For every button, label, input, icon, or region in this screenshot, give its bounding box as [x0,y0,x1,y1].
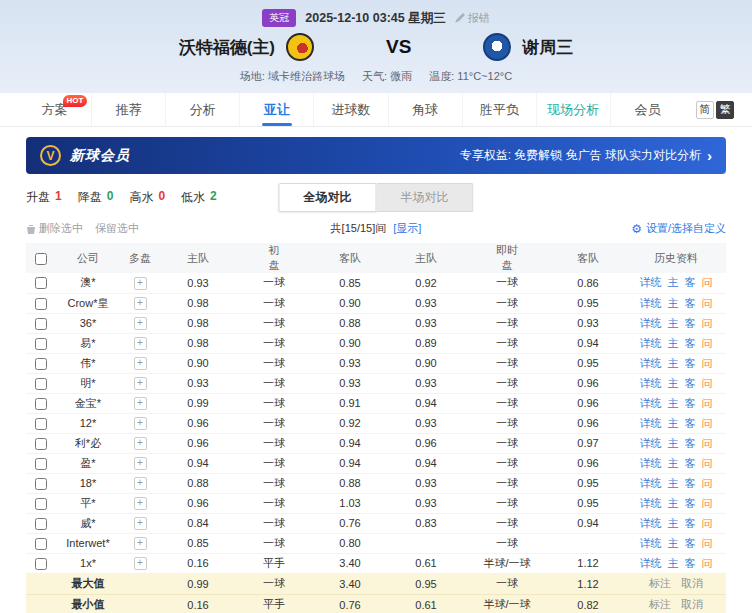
ask-link[interactable]: 问 [702,397,713,409]
history-link[interactable]: 客 [685,497,696,509]
history-link[interactable]: 主 [668,437,679,449]
chip-handicap-up[interactable]: 升盘 1 [26,189,62,206]
history-link[interactable]: 主 [668,477,679,489]
history-link[interactable]: 客 [685,417,696,429]
history-link[interactable]: 主 [668,337,679,349]
expand-odds-button[interactable]: + [134,557,147,570]
ask-link[interactable]: 问 [702,557,713,569]
expand-odds-button[interactable]: + [134,477,147,490]
expand-odds-button[interactable]: + [134,337,147,350]
history-link[interactable]: 详统 [640,317,662,329]
history-link[interactable]: 客 [685,377,696,389]
history-link[interactable]: 详统 [640,417,662,429]
summary-action-link[interactable]: 取消 [681,598,703,610]
ask-link[interactable]: 问 [702,437,713,449]
expand-odds-button[interactable]: + [134,497,147,510]
history-link[interactable]: 详统 [640,457,662,469]
ask-link[interactable]: 问 [702,317,713,329]
history-link[interactable]: 主 [668,517,679,529]
history-link[interactable]: 主 [668,537,679,549]
history-link[interactable]: 主 [668,397,679,409]
history-link[interactable]: 主 [668,276,679,288]
history-link[interactable]: 客 [685,477,696,489]
row-checkbox[interactable] [35,338,47,350]
history-link[interactable]: 详统 [640,357,662,369]
history-link[interactable]: 客 [685,297,696,309]
row-checkbox[interactable] [35,398,47,410]
expand-odds-button[interactable]: + [134,417,147,430]
tab-1x2[interactable]: 胜平负 [462,93,536,126]
tab-asian-handicap[interactable]: 亚让 [239,93,313,126]
history-link[interactable]: 主 [668,557,679,569]
expand-odds-button[interactable]: + [134,357,147,370]
tab-corners[interactable]: 角球 [388,93,462,126]
tab-goals[interactable]: 进球数 [313,93,387,126]
expand-odds-button[interactable]: + [134,437,147,450]
history-link[interactable]: 主 [668,297,679,309]
select-all-checkbox[interactable] [35,253,47,265]
row-checkbox[interactable] [35,318,47,330]
expand-odds-button[interactable]: + [134,317,147,330]
row-checkbox[interactable] [35,498,47,510]
history-link[interactable]: 客 [685,437,696,449]
summary-action-link[interactable]: 取消 [681,577,703,589]
lang-traditional-button[interactable]: 繁 [716,101,734,119]
ask-link[interactable]: 问 [702,377,713,389]
tab-plan[interactable]: 方案 HOT [18,93,91,126]
history-link[interactable]: 客 [685,357,696,369]
chip-water-low[interactable]: 低水 2 [181,189,217,206]
history-link[interactable]: 客 [685,457,696,469]
history-link[interactable]: 主 [668,317,679,329]
row-checkbox[interactable] [35,558,47,570]
history-link[interactable]: 详统 [640,397,662,409]
lang-simplified-button[interactable]: 简 [696,101,714,119]
keep-selected-button[interactable]: 保留选中 [95,221,139,236]
history-link[interactable]: 详统 [640,297,662,309]
row-checkbox[interactable] [35,378,47,390]
chip-handicap-down[interactable]: 降盘 0 [78,189,114,206]
tab-analysis[interactable]: 分析 [165,93,239,126]
history-link[interactable]: 客 [685,537,696,549]
tab-recommend[interactable]: 推荐 [91,93,165,126]
ask-link[interactable]: 问 [702,537,713,549]
tab-member[interactable]: 会员 [610,93,684,126]
ask-link[interactable]: 问 [702,337,713,349]
chip-water-high[interactable]: 高水 0 [129,189,165,206]
expand-odds-button[interactable]: + [134,517,147,530]
tab-live-analysis[interactable]: 现场分析 [536,93,610,126]
history-link[interactable]: 主 [668,357,679,369]
history-link[interactable]: 详统 [640,276,662,288]
summary-action-link[interactable]: 标注 [649,598,671,610]
row-checkbox[interactable] [35,538,47,550]
row-checkbox[interactable] [35,458,47,470]
ask-link[interactable]: 问 [702,497,713,509]
history-link[interactable]: 详统 [640,537,662,549]
summary-action-link[interactable]: 标注 [649,577,671,589]
history-link[interactable]: 客 [685,517,696,529]
expand-odds-button[interactable]: + [134,297,147,310]
history-link[interactable]: 主 [668,497,679,509]
history-link[interactable]: 详统 [640,497,662,509]
history-link[interactable]: 主 [668,417,679,429]
history-link[interactable]: 详统 [640,557,662,569]
history-link[interactable]: 详统 [640,337,662,349]
ask-link[interactable]: 问 [702,517,713,529]
show-link[interactable]: [显示] [393,222,421,234]
delete-selected-button[interactable]: 删除选中 [26,221,83,236]
row-checkbox[interactable] [35,298,47,310]
history-link[interactable]: 客 [685,317,696,329]
expand-odds-button[interactable]: + [134,457,147,470]
history-link[interactable]: 客 [685,276,696,288]
ask-link[interactable]: 问 [702,457,713,469]
row-checkbox[interactable] [35,418,47,430]
expand-odds-button[interactable]: + [134,277,147,290]
row-checkbox[interactable] [35,358,47,370]
vip-banner[interactable]: V 新球会员 专享权益: 免费解锁 免广告 球队实力对比分析 › [26,137,726,174]
expand-odds-button[interactable]: + [134,537,147,550]
history-link[interactable]: 客 [685,337,696,349]
history-link[interactable]: 详统 [640,517,662,529]
history-link[interactable]: 主 [668,377,679,389]
settings-button[interactable]: ⚙ 设置/选择自定义 [631,221,726,236]
history-link[interactable]: 客 [685,397,696,409]
row-checkbox[interactable] [35,277,47,289]
